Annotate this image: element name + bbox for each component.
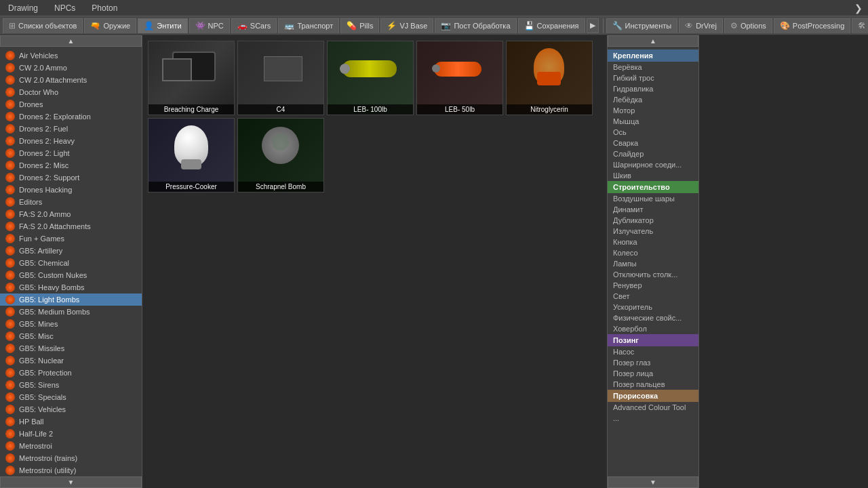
left-list-item[interactable]: GB5: Nuclear xyxy=(0,354,142,367)
left-list-item[interactable]: GB5: Protection xyxy=(0,367,142,379)
right-item[interactable]: Гибкий трос xyxy=(608,73,698,83)
left-list-item[interactable]: Drones 2: Light xyxy=(0,147,142,159)
left-list-item[interactable]: Metrostroi xyxy=(0,440,142,452)
right-item[interactable]: Дубликатор xyxy=(608,215,698,226)
right-item[interactable]: Ренувер xyxy=(608,280,698,291)
right-item[interactable]: Позер пальцев xyxy=(608,379,698,390)
tab-lists[interactable]: ⊞ Списки объектов xyxy=(3,18,83,33)
right-item[interactable]: Физические свойс... xyxy=(608,312,698,323)
menu-photon[interactable]: Photon xyxy=(89,2,120,14)
right-item[interactable]: Позер глаз xyxy=(608,357,698,368)
left-list-item[interactable]: GB5: Vehicles xyxy=(0,403,142,415)
left-list-item[interactable]: Drones Hacking xyxy=(0,184,142,196)
grid-item-breaching-charge[interactable]: Breaching Charge xyxy=(148,41,235,115)
grid-item-pressure-cooker[interactable]: Pressure-Cooker xyxy=(148,118,235,192)
right-item[interactable]: Лебёдка xyxy=(608,94,698,105)
right-item[interactable]: Мышца xyxy=(608,116,698,127)
tab-utils[interactable]: 🛠 Утили... xyxy=(852,18,868,33)
left-list-item[interactable]: GB5: Light Bombs xyxy=(0,293,142,306)
right-item[interactable]: Ховербол xyxy=(608,323,698,334)
left-list-item[interactable]: Half-Life 2 xyxy=(0,428,142,440)
right-item[interactable]: Насос xyxy=(608,346,698,357)
tab-saves[interactable]: 💾 Сохранения xyxy=(518,18,585,33)
left-list-item[interactable]: Drones 2: Exploration xyxy=(0,110,142,123)
right-section-header-pozing[interactable]: Позинг xyxy=(608,334,698,346)
left-list-item[interactable]: GB5: Misc xyxy=(0,330,142,342)
left-list-item[interactable]: Drones 2: Fuel xyxy=(0,123,142,135)
right-item[interactable]: ... xyxy=(608,413,698,424)
left-list-item[interactable]: Drones 2: Support xyxy=(0,171,142,184)
tab-npc[interactable]: 👾 NPC xyxy=(189,18,230,33)
tab-entities[interactable]: 👤 Энтити xyxy=(138,18,187,33)
left-list-item[interactable]: HP Ball xyxy=(0,415,142,428)
tab-weapons[interactable]: 🔫 Оружие xyxy=(84,18,136,33)
left-list-item[interactable]: Air Vehicles xyxy=(0,49,142,62)
left-list-item[interactable]: GB5: Sirens xyxy=(0,379,142,391)
left-list-item[interactable]: GB5: Custom Nukes xyxy=(0,269,142,281)
left-list-item[interactable]: Drones 2: Heavy xyxy=(0,135,142,147)
menu-drawing[interactable]: Drawing xyxy=(5,2,41,14)
grid-item-nitroglycerin[interactable]: Nitroglycerin xyxy=(506,41,593,115)
left-panel-scroll-up[interactable]: ▲ xyxy=(0,35,142,47)
right-item[interactable]: Сварка xyxy=(608,138,698,148)
left-list-item[interactable]: GB5: Artillery xyxy=(0,245,142,257)
list-item-label: Drones Hacking xyxy=(19,186,72,194)
left-list-item[interactable]: GB5: Chemical xyxy=(0,257,142,269)
left-list-item[interactable]: Metrostroi (trains) xyxy=(0,452,142,464)
grid-item-schrapnel-bomb[interactable]: Schrapnel Bomb xyxy=(237,118,324,192)
grid-item-leb-50lb[interactable]: LEB- 50lb xyxy=(416,41,503,115)
menu-npcs[interactable]: NPCs xyxy=(52,2,78,14)
right-panel-scroll-down[interactable]: ▼ xyxy=(608,476,698,488)
left-list-item[interactable]: FA:S 2.0 Ammo xyxy=(0,208,142,220)
left-list-item[interactable]: Drones xyxy=(0,98,142,110)
left-list-item[interactable]: GB5: Missiles xyxy=(0,342,142,354)
grid-item-leb-100lb[interactable]: LEB- 100lb xyxy=(327,41,414,115)
right-section-header-prosrisovka[interactable]: Прорисовка xyxy=(608,390,698,402)
left-list-item[interactable]: GB5: Mines xyxy=(0,318,142,330)
right-item[interactable]: Излучатель xyxy=(608,226,698,237)
left-list-item[interactable]: GB5: Medium Bombs xyxy=(0,306,142,318)
left-list-item[interactable]: Metrostroi (utility) xyxy=(0,464,142,476)
left-list-item[interactable]: CW 2.0 Attachments xyxy=(0,74,142,86)
tab-options[interactable]: ⚙ Options xyxy=(724,18,772,33)
tab-tools[interactable]: 🔧 Инструменты xyxy=(606,18,678,33)
right-item[interactable]: Лампы xyxy=(608,258,698,269)
right-item[interactable]: Шарнирное соеди... xyxy=(608,159,698,170)
tab-postproc[interactable]: 📷 Пост Обработка xyxy=(435,18,516,33)
left-list-item[interactable]: CW 2.0 Ammo xyxy=(0,62,142,74)
right-item[interactable]: Воздушные шары xyxy=(608,193,698,204)
right-item[interactable]: Гидравлика xyxy=(608,83,698,94)
right-section-header-stroitelstvo[interactable]: Строительство xyxy=(608,181,698,193)
right-item[interactable]: Ускоритель xyxy=(608,302,698,312)
right-item[interactable]: Advanced Colour Tool xyxy=(608,402,698,413)
left-list-item[interactable]: GB5: Specials xyxy=(0,391,142,403)
left-list-item[interactable]: Fun + Games xyxy=(0,232,142,245)
toolbar-more[interactable]: ▶ xyxy=(587,18,599,33)
right-section-header-krepleniya[interactable]: Крепления xyxy=(608,49,698,62)
left-list-item[interactable]: GB5: Heavy Bombs xyxy=(0,281,142,293)
right-item[interactable]: Кнопка xyxy=(608,237,698,247)
right-item[interactable]: Отключить столк... xyxy=(608,269,698,280)
right-item[interactable]: Динамит xyxy=(608,204,698,215)
left-list-item[interactable]: Editors xyxy=(0,196,142,208)
tab-scars[interactable]: 🚗 SCars xyxy=(231,18,277,33)
right-item[interactable]: Свет xyxy=(608,291,698,302)
tab-drvrej[interactable]: 👁 DrVrej xyxy=(679,18,723,33)
tab-transport[interactable]: 🚌 Транспорт xyxy=(278,18,339,33)
tab-postprocessing[interactable]: 🎨 PostProcessing xyxy=(774,18,850,33)
right-item[interactable]: Колесо xyxy=(608,247,698,258)
right-item[interactable]: Ось xyxy=(608,127,698,138)
right-item[interactable]: Шкив xyxy=(608,170,698,181)
right-item[interactable]: Верёвка xyxy=(608,62,698,73)
left-list-item[interactable]: Drones 2: Misc xyxy=(0,159,142,171)
tab-pills[interactable]: 💊 Pills xyxy=(340,18,379,33)
right-panel-scroll-up[interactable]: ▲ xyxy=(608,35,698,47)
left-list-item[interactable]: Doctor Who xyxy=(0,86,142,98)
left-panel-scroll-down[interactable]: ▼ xyxy=(0,476,142,488)
left-list-item[interactable]: FA:S 2.0 Attachments xyxy=(0,220,142,232)
right-item[interactable]: Позер лица xyxy=(608,368,698,379)
right-item[interactable]: Мотор xyxy=(608,105,698,116)
tab-vjbase[interactable]: ⚡ VJ Base xyxy=(380,18,433,33)
grid-item-c4[interactable]: C4 xyxy=(237,41,324,115)
right-item[interactable]: Слайдер xyxy=(608,148,698,159)
